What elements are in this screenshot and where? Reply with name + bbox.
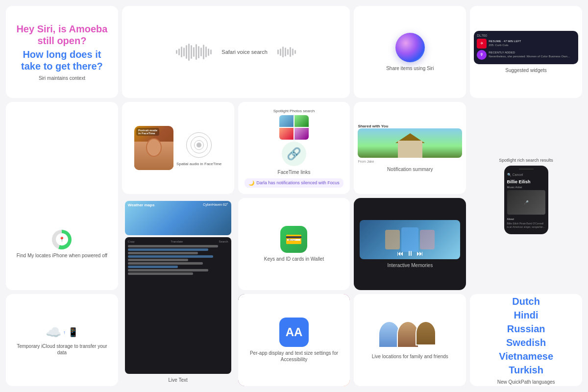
card-facetime-portrait: Portrait modein FaceTime Spatial audio i… bbox=[122, 102, 234, 194]
card-safari-voice: Safari voice search bbox=[122, 6, 350, 98]
siri-question-1: Hey Siri, is Amoeba still open? How long… bbox=[12, 23, 112, 72]
card-shared-notification: Shared with You From Jake Notification s… bbox=[354, 102, 466, 194]
livetext-label: Live Text bbox=[169, 377, 188, 383]
moon-icon: 🌙 bbox=[248, 180, 254, 186]
card-keys-wallet: 💳 Keys and ID cards in Wallet bbox=[238, 198, 350, 290]
memories-preview: ⏮ ⏸ ⏭ bbox=[360, 220, 460, 259]
card-findmy: 📍 Find My locates iPhone when powered of… bbox=[6, 198, 118, 290]
flight-code: DL760 bbox=[477, 34, 575, 37]
phone-content: 🔍 Cancel Billie Eilish Music Artist 🎤 Ab… bbox=[507, 169, 545, 231]
phone-icon: 📱 bbox=[68, 327, 78, 338]
aa-display-icon: AA bbox=[279, 318, 309, 347]
spotlight-photos-grid bbox=[279, 115, 309, 140]
card-widgets: DL760 ✈ RESUME · 47 MIN LEFT 205: Curb C… bbox=[470, 6, 582, 98]
cloud-icon: ☁️ bbox=[46, 325, 61, 340]
spotlight-rich-label: Spotlight rich search results bbox=[499, 158, 553, 163]
memories-label: Interactive Memories bbox=[387, 262, 433, 269]
memory-people bbox=[385, 227, 435, 252]
lang-russian: Russian bbox=[507, 323, 545, 335]
keys-wallet-label: Keys and ID cards in Wallet bbox=[264, 256, 324, 262]
arrow-up-icon: ↑ bbox=[63, 330, 66, 335]
icloud-visual: ☁️ ↑ 📱 bbox=[46, 325, 78, 340]
siri-orb bbox=[395, 33, 425, 62]
artist-name: Billie Eilish bbox=[507, 179, 545, 184]
widget-row-podcast: 🎙 RECENTLY ADDED Nevertheless, she persi… bbox=[477, 50, 575, 60]
wallet-icon: 💳 bbox=[280, 226, 307, 253]
artist-image: 🎤 bbox=[507, 190, 545, 215]
card-siri-context: Hey Siri, is Amoeba still open? How long… bbox=[6, 6, 118, 98]
lang-turkish: Turkish bbox=[509, 364, 543, 376]
weather-map-label: Weather maps bbox=[128, 203, 155, 207]
card-spotlight: Spotlight rich search results 🔍 Cancel B… bbox=[470, 102, 582, 290]
voice-wave-left bbox=[176, 42, 212, 62]
spotlight-photos-label: Spotlight Photos search bbox=[273, 109, 315, 113]
icloud-label: Temporary iCloud storage to transfer you… bbox=[12, 343, 112, 356]
card-icloud: ☁️ ↑ 📱 Temporary iCloud storage to trans… bbox=[6, 294, 118, 386]
card-display: AA Per-app display and text size setting… bbox=[238, 294, 350, 386]
memoji-live-3 bbox=[416, 321, 436, 345]
languages-list: Dutch Hindi Russian Swedish Vietnamese T… bbox=[499, 295, 553, 376]
artist-description: Billie Eilish Pirate Baird O'Connell is … bbox=[507, 222, 545, 229]
widget-podcast-info: RECENTLY ADDED Nevertheless, she persist… bbox=[489, 51, 570, 59]
from-jake: From Jake bbox=[358, 160, 374, 163]
delta-icon: ✈ bbox=[477, 39, 487, 49]
portrait-mode-label-img: Portrait modein FaceTime bbox=[136, 128, 159, 136]
widget-row-flight: ✈ RESUME · 47 MIN LEFT 205: Curb Cuts bbox=[477, 39, 575, 49]
facetime-links-label: FaceTime links bbox=[278, 169, 311, 175]
features-grid: Hey Siri, is Amoeba still open? How long… bbox=[0, 0, 588, 392]
shared-with-you-label: Shared with You bbox=[358, 124, 388, 128]
findmy-inner: 📍 bbox=[56, 233, 68, 245]
phone-status-bar: CopyTranslateSearch bbox=[128, 240, 228, 243]
lang-hindi: Hindi bbox=[514, 309, 539, 321]
widget-flight-info: RESUME · 47 MIN LEFT 205: Curb Cuts bbox=[489, 40, 521, 48]
widget-preview: DL760 ✈ RESUME · 47 MIN LEFT 205: Curb C… bbox=[474, 31, 578, 64]
siri-context-label: Siri maintains context bbox=[39, 75, 85, 81]
lang-vietnamese: Vietnamese bbox=[499, 350, 553, 362]
card-live-loc: Live locations for family and friends bbox=[354, 294, 466, 386]
spatial-audio-section: Spatial audio in FaceTime bbox=[176, 130, 221, 166]
live-text-phone: CopyTranslateSearch bbox=[125, 237, 231, 374]
house-image bbox=[358, 128, 462, 158]
spatial-audio-rings bbox=[184, 130, 214, 160]
voice-wave-right bbox=[277, 42, 296, 62]
weather-map: Weather maps CyberHaven 62° bbox=[125, 201, 231, 235]
focus-badge-text: Darla has notifications silenced with Fo… bbox=[256, 180, 340, 185]
findmy-label: Find My locates iPhone when powered off bbox=[17, 252, 107, 259]
phone-notch bbox=[519, 169, 534, 170]
weather-temp: CyberHaven 62° bbox=[203, 203, 228, 206]
phone-frame: 🔍 Cancel Billie Eilish Music Artist 🎤 Ab… bbox=[504, 166, 548, 234]
quickpath-label: New QuickPath languages bbox=[497, 379, 555, 385]
facetime-portrait-img: Portrait modein FaceTime bbox=[134, 126, 173, 170]
podcast-icon: 🎙 bbox=[477, 50, 487, 60]
card-facetime-links: Spotlight Photos search 🔗 FaceTime links… bbox=[238, 102, 350, 194]
safari-voice-label: Safari voice search bbox=[221, 49, 268, 55]
facetime-link-icon: 🔗 bbox=[282, 142, 306, 166]
card-quickpath: Dutch Hindi Russian Swedish Vietnamese T… bbox=[470, 294, 582, 386]
findmy-circle: 📍 bbox=[52, 230, 72, 249]
search-bar: 🔍 Cancel bbox=[507, 173, 545, 177]
display-label: Per-app display and text size settings f… bbox=[244, 350, 344, 363]
focus-notification-badge: 🌙 Darla has notifications silenced with … bbox=[245, 178, 343, 188]
play-controls: ⏮ ⏸ ⏭ bbox=[397, 249, 423, 257]
lang-swedish: Swedish bbox=[506, 337, 546, 348]
spatial-audio-label: Spatial audio in FaceTime bbox=[176, 162, 221, 166]
card-memories: ⏮ ⏸ ⏭ Interactive Memories bbox=[354, 198, 466, 290]
memoji-live-group bbox=[378, 321, 442, 350]
widgets-label: Suggested widgets bbox=[505, 67, 547, 74]
about-label: About bbox=[507, 218, 545, 220]
live-loc-label: Live locations for family and friends bbox=[372, 353, 448, 360]
card-siri-share: Share items using Siri bbox=[354, 6, 466, 98]
portrait-mode-section: Portrait modein FaceTime bbox=[134, 126, 173, 170]
notification-label: Notification summary bbox=[387, 166, 433, 172]
siri-share-label: Share items using Siri bbox=[386, 65, 434, 72]
lang-dutch: Dutch bbox=[512, 295, 540, 307]
card-livetext: Weather maps CyberHaven 62° CopyTranslat… bbox=[122, 198, 234, 386]
artist-type: Music Artist bbox=[507, 186, 545, 189]
